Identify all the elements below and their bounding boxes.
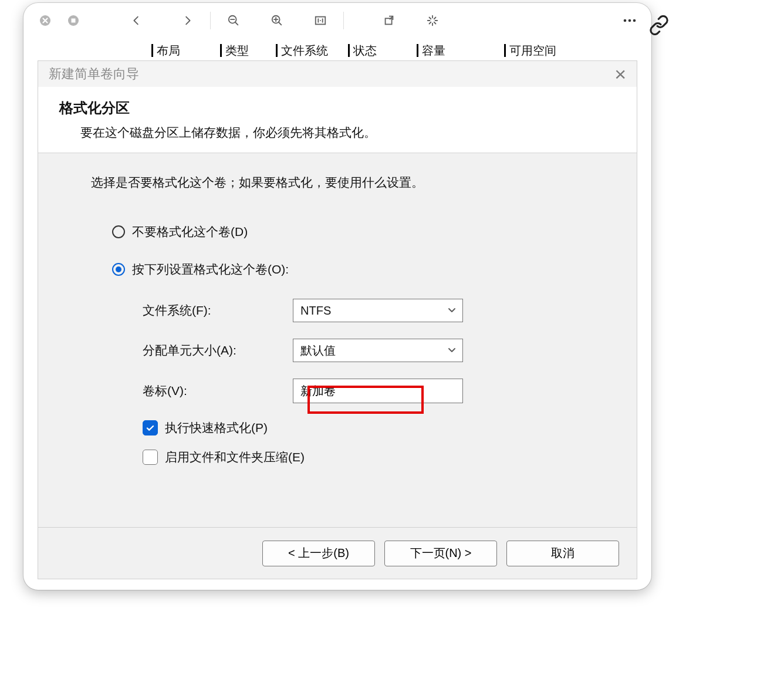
radio-icon: [112, 225, 125, 238]
link-icon[interactable]: [644, 11, 674, 40]
viewer-card: 布局 类型 文件系统 状态 容量 可用空间 新建简单卷向导 × 格式化分区 要在…: [23, 3, 651, 590]
separator: [343, 12, 344, 29]
alloc-size-select[interactable]: 默认值: [293, 339, 463, 362]
svg-point-9: [633, 19, 636, 22]
section-description: 要在这个磁盘分区上储存数据，你必须先将其格式化。: [59, 124, 616, 141]
radio-do-format-label: 按下列设置格式化这个卷(O):: [132, 261, 289, 278]
alloc-size-label: 分配单元大小(A):: [143, 342, 293, 359]
fit-one-to-one-icon[interactable]: [309, 9, 332, 32]
radio-icon: [112, 263, 125, 276]
dialog-footer: < 上一步(B) 下一页(N) > 取消: [38, 527, 637, 579]
close-circle-icon[interactable]: [34, 9, 56, 32]
format-settings-grid: 文件系统(F): NTFS 分配单元大小(A): 默认值: [143, 299, 584, 403]
chevron-down-icon: [447, 344, 457, 357]
filesystem-label: 文件系统(F):: [143, 302, 293, 319]
svg-point-8: [628, 19, 631, 22]
col-layout: 布局: [151, 44, 186, 57]
more-icon[interactable]: [619, 9, 641, 32]
close-icon[interactable]: ×: [614, 64, 626, 84]
new-simple-volume-wizard-dialog: 新建简单卷向导 × 格式化分区 要在这个磁盘分区上储存数据，你必须先将其格式化。…: [38, 60, 637, 579]
checkbox-icon: [143, 450, 158, 465]
forward-icon[interactable]: [176, 9, 198, 32]
back-icon[interactable]: [126, 9, 148, 32]
col-capacity: 容量: [417, 44, 451, 57]
chevron-down-icon: [447, 304, 457, 318]
quick-format-checkbox-row[interactable]: 执行快速格式化(P): [143, 420, 584, 436]
format-prompt: 选择是否要格式化这个卷；如果要格式化，要使用什么设置。: [91, 174, 584, 191]
volume-label-input[interactable]: [293, 379, 462, 403]
svg-rect-6: [386, 18, 392, 24]
zoom-out-icon[interactable]: [222, 9, 245, 32]
checkbox-icon: [143, 420, 158, 435]
radio-do-format[interactable]: 按下列设置格式化这个卷(O):: [112, 261, 584, 278]
stop-circle-icon[interactable]: [62, 9, 85, 32]
radio-no-format[interactable]: 不要格式化这个卷(D): [112, 224, 584, 240]
filesystem-select[interactable]: NTFS: [293, 299, 463, 322]
dialog-body: 选择是否要格式化这个卷；如果要格式化，要使用什么设置。 不要格式化这个卷(D) …: [38, 153, 637, 465]
cancel-button[interactable]: 取消: [506, 541, 619, 566]
separator: [210, 12, 211, 29]
zoom-in-icon[interactable]: [266, 9, 288, 32]
col-free-space: 可用空间: [504, 44, 562, 57]
magic-icon[interactable]: [421, 9, 444, 32]
col-type: 类型: [220, 44, 255, 57]
viewer-toolbar: [23, 3, 651, 38]
open-external-icon[interactable]: [378, 9, 400, 32]
radio-no-format-label: 不要格式化这个卷(D): [132, 224, 248, 240]
compression-checkbox-row[interactable]: 启用文件和文件夹压缩(E): [143, 449, 584, 465]
svg-rect-2: [72, 19, 76, 23]
alloc-size-value: 默认值: [300, 343, 336, 359]
dialog-titlebar: 新建简单卷向导 ×: [38, 61, 637, 87]
quick-format-label: 执行快速格式化(P): [165, 420, 268, 436]
col-filesystem: 文件系统: [276, 44, 334, 57]
col-status: 状态: [348, 44, 383, 57]
svg-point-7: [624, 19, 627, 22]
volume-label-input-wrap: [293, 379, 463, 403]
back-button[interactable]: < 上一步(B): [262, 541, 375, 566]
volume-label-label: 卷标(V):: [143, 383, 293, 399]
filesystem-value: NTFS: [300, 304, 331, 318]
dialog-header: 格式化分区 要在这个磁盘分区上储存数据，你必须先将其格式化。: [38, 87, 637, 153]
compression-label: 启用文件和文件夹压缩(E): [165, 449, 305, 465]
dialog-title: 新建简单卷向导: [49, 65, 139, 83]
section-title: 格式化分区: [59, 99, 616, 117]
background-table-headers: 布局 类型 文件系统 状态 容量 可用空间: [23, 44, 651, 62]
next-button[interactable]: 下一页(N) >: [384, 541, 497, 566]
